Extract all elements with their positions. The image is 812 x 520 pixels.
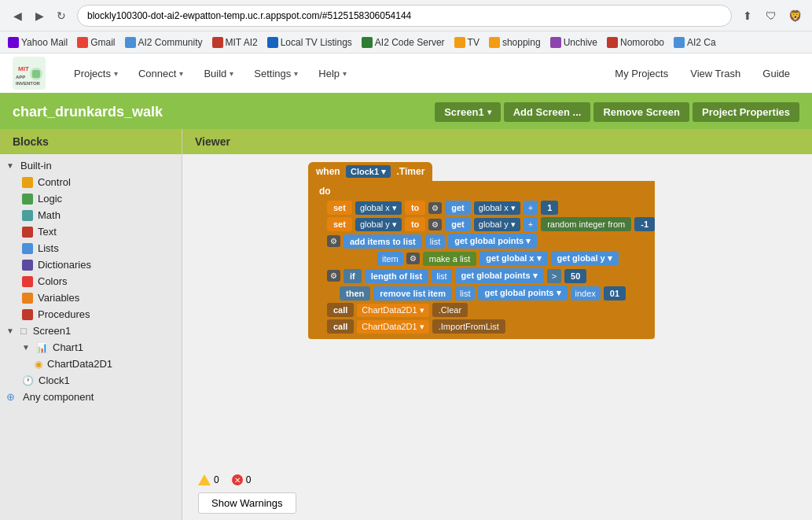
nav-connect[interactable]: Connect ▾ — [129, 63, 193, 84]
tree-colors[interactable]: Colors — [0, 273, 182, 290]
shopping-icon — [489, 37, 500, 48]
shield-button[interactable]: 🛡 — [762, 6, 781, 25]
viewer-content[interactable]: when Clock1 ▾ .Timer do set global x ▾ t… — [182, 154, 812, 520]
project-properties-button[interactable]: Project Properties — [693, 102, 799, 122]
tree-math[interactable]: Math — [0, 207, 182, 223]
set-label1: set — [327, 201, 352, 215]
bookmark-ai2-community[interactable]: AI2 Community — [125, 37, 203, 48]
bookmark-tv[interactable]: TV — [454, 37, 479, 48]
screen1-label: Screen1 — [33, 325, 71, 337]
tree-logic[interactable]: Logic — [0, 190, 182, 207]
to-label1: to — [405, 201, 425, 215]
chart1-label: Chart1 — [53, 341, 83, 353]
when-timer-block[interactable]: when Clock1 ▾ .Timer — [308, 162, 432, 181]
list-label3: list — [455, 286, 475, 301]
bookmark-local-tv[interactable]: Local TV Listings — [267, 37, 352, 48]
tree-chart1[interactable]: ▼ 📊 Chart1 — [0, 339, 182, 356]
tree-procedures[interactable]: Procedures — [0, 306, 182, 323]
nav-settings[interactable]: Settings ▾ — [244, 63, 307, 84]
remove-screen-button[interactable]: Remove Screen — [593, 102, 689, 122]
bookmark-yahoo-mail-label: Yahoo Mail — [21, 37, 68, 48]
get-global-points3-label: get global points ▾ — [478, 286, 567, 301]
get-global-y3-label: get global y ▾ — [551, 251, 619, 266]
viewer-section: Viewer when Clock1 ▾ .Timer do — [182, 129, 812, 520]
back-button[interactable]: ◀ — [8, 6, 27, 25]
tree-builtin[interactable]: ▼ Built-in — [0, 157, 182, 174]
gear-icon4: ⚙ — [406, 253, 420, 264]
index-label: index — [571, 286, 601, 301]
svg-text:MIT: MIT — [18, 65, 29, 72]
nav-menu: Projects ▾ Connect ▾ Build ▾ Settings ▾ … — [64, 63, 356, 84]
tree-lists[interactable]: Lists — [0, 240, 182, 256]
tree-dictionaries[interactable]: Dictionaries — [0, 256, 182, 273]
bookmark-gmail[interactable]: Gmail — [77, 37, 115, 48]
share-button[interactable]: ⬆ — [738, 6, 757, 25]
warning-count: 0 — [214, 474, 219, 485]
tree-screen1[interactable]: ▼ □ Screen1 — [0, 323, 182, 339]
clock1-label: Clock1 — [39, 374, 70, 386]
item-label: item — [377, 252, 403, 266]
bookmark-gmail-label: Gmail — [90, 37, 115, 48]
bookmark-nomorobo[interactable]: Nomorobo — [607, 37, 664, 48]
my-projects-link[interactable]: My Projects — [605, 63, 678, 84]
ai2-ca-icon — [674, 37, 685, 48]
colors-label: Colors — [38, 275, 68, 287]
bookmark-local-tv-label: Local TV Listings — [281, 37, 352, 48]
guide-link[interactable]: Guide — [753, 63, 799, 84]
tree-variables[interactable]: Variables — [0, 290, 182, 306]
logic-icon — [22, 194, 33, 205]
bookmark-ai2-ca[interactable]: AI2 Ca — [674, 37, 716, 48]
refresh-button[interactable]: ↻ — [52, 6, 71, 25]
ai2-code-icon — [362, 37, 373, 48]
project-buttons: Screen1 ▾ Add Screen ... Remove Screen P… — [435, 102, 799, 122]
tv-icon — [454, 37, 465, 48]
bookmark-ai2-code[interactable]: AI2 Code Server — [362, 37, 445, 48]
num50-badge: 50 — [564, 269, 586, 283]
brave-button[interactable]: 🦁 — [785, 6, 804, 25]
builtin-toggle-icon: ▼ — [6, 161, 16, 170]
gear-icon1: ⚙ — [428, 202, 442, 214]
tree-chartdata2d1[interactable]: ◉ ChartData2D1 — [0, 356, 182, 372]
list-label1: list — [425, 234, 445, 249]
show-warnings-button[interactable]: Show Warnings — [198, 492, 296, 514]
content-area: Blocks ▼ Built-in Control Logic Math — [0, 129, 812, 520]
tree-text[interactable]: Text — [0, 223, 182, 240]
screen1-dropdown-arrow: ▾ — [487, 108, 491, 116]
bookmark-unchive[interactable]: Unchive — [550, 37, 597, 48]
forward-button[interactable]: ▶ — [30, 6, 49, 25]
add-screen-button[interactable]: Add Screen ... — [504, 102, 591, 122]
list-label2: list — [432, 269, 451, 283]
connect-dropdown-arrow: ▾ — [179, 69, 183, 78]
address-bar[interactable] — [77, 5, 732, 27]
screen1-button[interactable]: Screen1 ▾ — [435, 102, 501, 122]
mit-logo[interactable]: MIT APP INVENTOR — [13, 57, 46, 90]
bookmark-shopping[interactable]: shopping — [489, 37, 541, 48]
bookmark-yahoo-mail[interactable]: Yahoo Mail — [8, 37, 68, 48]
nav-projects[interactable]: Projects ▾ — [64, 63, 127, 84]
tree-control[interactable]: Control — [0, 174, 182, 190]
get-global-points-label: get global points ▾ — [448, 234, 537, 249]
tree-any-component[interactable]: ⊕ Any component — [0, 389, 182, 405]
item-row: item ⚙ make a list get global x ▾ get gl… — [377, 251, 655, 266]
svg-rect-5 — [32, 70, 40, 78]
procedures-icon — [22, 309, 33, 320]
warning-triangle-icon — [198, 474, 211, 485]
view-trash-link[interactable]: View Trash — [681, 63, 750, 84]
lists-label: Lists — [38, 242, 59, 254]
control-icon — [22, 177, 33, 188]
importfromlist-label: .ImportFromList — [432, 319, 505, 334]
nav-help[interactable]: Help ▾ — [309, 63, 356, 84]
get-label2: get — [445, 217, 471, 231]
yahoo-mail-icon — [8, 37, 19, 48]
warnings-group: 0 — [198, 474, 219, 485]
math-label: Math — [38, 209, 61, 221]
bookmark-ai2-code-label: AI2 Code Server — [375, 37, 445, 48]
tree-clock1[interactable]: 🕐 Clock1 — [0, 372, 182, 389]
blocks-workspace: when Clock1 ▾ .Timer do set global x ▾ t… — [308, 162, 655, 339]
bookmark-unchive-label: Unchive — [564, 37, 597, 48]
bookmark-mit-ai2[interactable]: MIT AI2 — [212, 37, 258, 48]
nav-build[interactable]: Build ▾ — [194, 63, 243, 84]
browser-bar: ◀ ▶ ↻ ⬆ 🛡 🦁 — [0, 0, 812, 31]
error-circle-icon: ✕ — [232, 474, 243, 485]
error-icon-row: ✕ 0 — [232, 474, 252, 485]
